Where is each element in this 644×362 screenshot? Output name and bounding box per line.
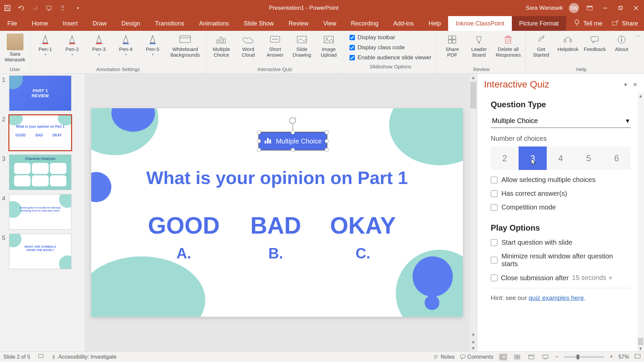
scroll-down-icon[interactable]: ▾ [470,331,477,338]
pen-5-button[interactable]: Pen-5▾ [142,32,164,56]
pen-3-button[interactable]: Pen-3▾ [88,32,110,56]
account-name[interactable]: Sara Wanasek [526,5,563,11]
from-beginning-icon[interactable] [46,4,54,12]
close-icon[interactable] [631,3,641,13]
choice-count-2[interactable]: 2 [491,146,519,170]
close-timer-select[interactable]: 15 seconds▾ [572,274,612,282]
choice-count-4[interactable]: 4 [547,146,575,170]
feedback-button[interactable]: Feedback [584,32,606,52]
tab-file[interactable]: File [0,16,24,31]
tab-help[interactable]: Help [421,16,448,31]
tab-insert[interactable]: Insert [55,16,85,31]
redo-icon[interactable] [32,4,40,12]
panel-scroll-thumb[interactable] [638,338,643,345]
tab-picture-format[interactable]: Picture Format [512,16,566,31]
start-with-slide-checkbox[interactable]: Start question with slide [491,239,631,246]
has-correct-checkbox[interactable]: Has correct answer(s) [491,190,631,197]
undo-icon[interactable] [17,4,25,12]
answer-okay[interactable]: OKAYC. [319,212,407,262]
word-cloud-button[interactable]: Word Cloud [237,32,259,58]
short-answer-button[interactable]: Short Answer [264,32,286,58]
allow-multiple-checkbox[interactable]: Allow selecting multiple choices [491,176,631,184]
share-button[interactable]: Share [612,20,638,27]
zoom-level[interactable]: 57% [619,354,629,360]
competition-mode-checkbox[interactable]: Competition mode [491,203,631,211]
normal-view-icon[interactable] [499,353,507,361]
fit-to-window-icon[interactable] [635,354,641,360]
panel-close-icon[interactable]: ✕ [633,81,637,88]
reading-view-icon[interactable] [527,353,536,361]
avatar[interactable]: SW [569,3,579,13]
ribbon-display-icon[interactable] [585,3,594,13]
save-icon[interactable] [3,4,11,12]
zoom-slider[interactable] [564,356,604,358]
pen-2-button[interactable]: Pen-2▾ [61,32,83,56]
helpdesk-button[interactable]: Helpdesk [557,32,579,52]
image-upload-button[interactable]: Image Upload [318,32,340,58]
share-pdf-button[interactable]: Share PDF [441,32,463,58]
next-slide-icon[interactable]: ▾ [470,345,477,351]
display-settings-icon[interactable] [38,354,44,360]
multiple-choice-object[interactable]: Multiple Choice [258,132,327,150]
tab-slideshow[interactable]: Slide Show [236,16,281,31]
tab-draw[interactable]: Draw [85,16,114,31]
choice-count-3[interactable]: 3 [519,146,546,170]
qat-dropdown-icon[interactable]: ▾ [74,4,82,12]
whiteboard-button[interactable]: Whiteboard Backgrounds [168,32,202,58]
tab-animations[interactable]: Animations [192,16,236,31]
question-type-select[interactable]: Multiple Choice ▾ [491,114,631,128]
enable-audience-viewer-checkbox[interactable]: Enable audience slide viewer [350,54,431,61]
slide-question[interactable]: What is your opinion on Part 1 [91,167,463,188]
get-started-button[interactable]: Get Started [530,32,552,58]
tab-view[interactable]: View [316,16,344,31]
delete-responses-button[interactable]: Delete all Responses [495,32,522,58]
prev-slide-icon[interactable]: ▴ [470,338,477,345]
pen-1-button[interactable]: Pen-1▾ [34,32,56,56]
choice-count-5[interactable]: 5 [575,146,602,170]
zoom-in-icon[interactable]: + [609,353,613,360]
about-button[interactable]: About [610,32,633,52]
zoom-out-icon[interactable]: − [555,353,559,360]
collapse-ribbon-icon[interactable]: ︿ [636,32,641,39]
tab-classpoint[interactable]: Inknoe ClassPoint [448,16,512,31]
accessibility-checker[interactable]: Accessibility: Investigate [51,354,116,360]
leaderboard-button[interactable]: Leader Board [468,32,490,58]
display-class-code-checkbox[interactable]: Display class code [350,44,431,51]
answer-good[interactable]: GOODA. [140,212,227,262]
tab-transitions[interactable]: Transitions [148,16,192,31]
notes-button[interactable]: Notes [433,354,455,360]
panel-scroll-down-icon[interactable]: ▾ [637,345,644,351]
tab-home[interactable]: Home [24,16,55,31]
slideshow-view-icon[interactable] [541,353,550,361]
tab-review[interactable]: Review [281,16,316,31]
touch-mode-icon[interactable] [60,4,68,12]
minimize-result-checkbox[interactable]: Minimize result window after question st… [491,252,631,268]
slide-thumbnail-panel[interactable]: 1 PART 1REVIEW 2 What is your opinion on… [0,74,85,351]
tell-me-search[interactable]: Tell me [574,19,602,28]
display-toolbar-checkbox[interactable]: Display toolbar [350,34,431,41]
slide-drawing-button[interactable]: Slide Drawing [291,32,313,58]
thumbnail-3[interactable]: Character Analysis [9,155,71,190]
panel-menu-icon[interactable]: ▾ [624,81,627,88]
user-profile-button[interactable]: SaraWanasek [3,32,27,63]
maximize-icon[interactable] [616,3,625,13]
scroll-up-icon[interactable]: ▴ [470,74,477,80]
pen-4-button[interactable]: Pen-4▾ [115,32,137,56]
panel-scrollbar[interactable]: ▴ ▾ [637,93,644,351]
slide-canvas[interactable]: Multiple Choice What is your opinion on … [91,108,463,317]
multiple-choice-button[interactable]: Multiple Choice [210,32,232,58]
tab-recording[interactable]: Recording [343,16,386,31]
tab-design[interactable]: Design [114,16,148,31]
panel-scroll-up-icon[interactable]: ▴ [637,93,644,99]
thumbnail-5[interactable]: WHAT ARE SYMBOLSFROM THE BOOK? [9,234,71,269]
minimize-icon[interactable] [600,3,610,13]
sorter-view-icon[interactable] [513,353,522,361]
tab-addins[interactable]: Add-ins [386,16,421,31]
choice-count-6[interactable]: 6 [603,146,631,170]
scroll-thumb[interactable] [470,82,476,109]
thumbnail-1[interactable]: PART 1REVIEW [9,76,71,111]
answer-bad[interactable]: BADB. [232,212,319,262]
quiz-examples-link[interactable]: quiz examples here [529,294,584,301]
slide-editor[interactable]: Multiple Choice What is your opinion on … [85,74,470,351]
thumbnail-2[interactable]: What is your opinion on Part 1 GOOD BAD … [9,115,71,150]
